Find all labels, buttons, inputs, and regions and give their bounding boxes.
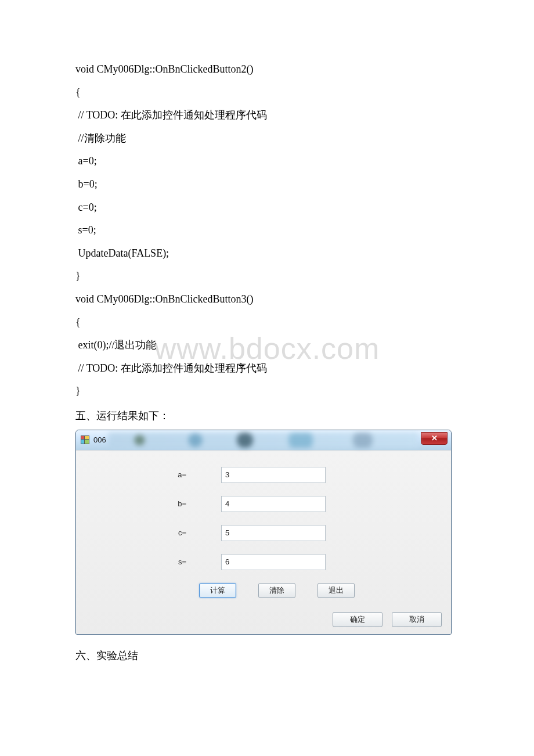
calc-button[interactable]: 计算 [199, 583, 236, 598]
input-b[interactable] [221, 496, 326, 512]
close-button[interactable]: ✕ [421, 432, 448, 445]
label-a: a= [84, 470, 221, 479]
cancel-button[interactable]: 取消 [392, 612, 442, 627]
dialog-footer-buttons: 确定 取消 [84, 612, 443, 627]
exit-button[interactable]: 退出 [317, 583, 355, 598]
code-line: UpdateData(FALSE); [75, 242, 459, 265]
ok-button[interactable]: 确定 [333, 612, 383, 627]
titlebar-blur-area [109, 433, 418, 448]
code-line: //清除功能 [75, 127, 459, 150]
form-row-c: c= [84, 525, 443, 541]
code-line: { [75, 311, 459, 334]
code-line: b=0; [75, 173, 459, 196]
input-s[interactable] [221, 554, 326, 570]
form-row-s: s= [84, 554, 443, 570]
code-line: { [75, 81, 459, 105]
app-icon [81, 435, 90, 445]
label-s: s= [84, 557, 221, 566]
code-line: s=0; [75, 219, 459, 242]
form-row-a: a= [84, 467, 443, 483]
dialog-window: 006 ✕ a= b= c= s= [75, 430, 452, 635]
code-line: void CMy006Dlg::OnBnClickedButton3() [75, 288, 459, 311]
code-line: exit(0);//退出功能 [75, 334, 459, 357]
dialog-body: a= b= c= s= 计算 清除 退出 确定 [76, 450, 451, 634]
action-button-row: 计算 清除 退出 [84, 583, 443, 598]
code-line: // TODO: 在此添加控件通知处理程序代码 [75, 357, 459, 380]
dialog-titlebar[interactable]: 006 ✕ [76, 430, 451, 450]
code-line: } [75, 265, 459, 288]
input-a[interactable] [221, 467, 326, 483]
label-b: b= [84, 499, 221, 508]
code-line: a=0; [75, 150, 459, 173]
section-heading-summary: 六、实验总结 [75, 645, 459, 666]
input-c[interactable] [221, 525, 326, 541]
code-line: // TODO: 在此添加控件通知处理程序代码 [75, 104, 459, 127]
clear-button[interactable]: 清除 [258, 583, 295, 598]
close-icon: ✕ [431, 434, 438, 442]
section-heading-results: 五、运行结果如下： [75, 405, 459, 426]
code-line: void CMy006Dlg::OnBnClickedButton2() [75, 58, 459, 81]
form-row-b: b= [84, 496, 443, 512]
code-block: void CMy006Dlg::OnBnClickedButton2() { /… [75, 58, 459, 403]
code-line: c=0; [75, 196, 459, 219]
code-line: } [75, 380, 459, 403]
dialog-title: 006 [93, 435, 106, 444]
label-c: c= [84, 528, 221, 537]
